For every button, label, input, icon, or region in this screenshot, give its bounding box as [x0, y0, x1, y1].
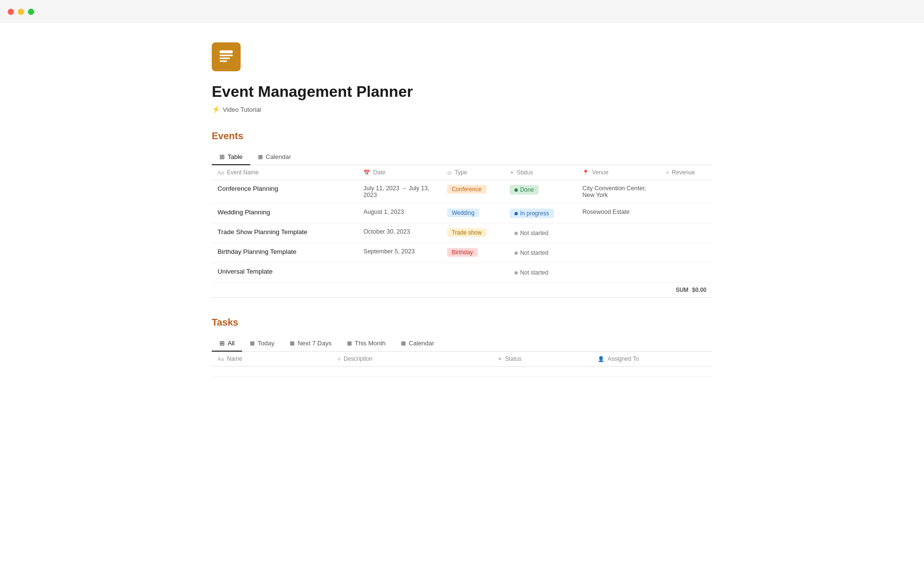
- status-dot: [514, 232, 518, 235]
- task-status-icon: ✦: [498, 356, 502, 362]
- row-revenue: [660, 243, 712, 263]
- all-table-icon: ⊞: [219, 340, 225, 347]
- maximize-button[interactable]: [28, 9, 34, 15]
- svg-rect-2: [220, 58, 230, 59]
- row-venue: Rosewood Estate: [577, 204, 660, 223]
- events-table-row[interactable]: Universal TemplateNot started: [212, 263, 712, 283]
- events-tabs: ⊞ Table ▦ Calendar: [212, 149, 712, 165]
- status-badge: Done: [510, 185, 539, 195]
- status-col-icon: ✦: [510, 170, 514, 176]
- row-type: Conference: [441, 180, 504, 204]
- status-dot: [514, 212, 518, 215]
- date-col-icon: 📅: [363, 170, 370, 176]
- status-dot: [514, 188, 518, 192]
- tasks-calendar-icon: ▦: [401, 340, 406, 346]
- tasks-table-header: Aa Name ≡ Description ✦ Status: [212, 352, 712, 367]
- video-tutorial-link[interactable]: ⚡ Video Tutorial: [212, 105, 712, 113]
- row-date: October 30, 2023: [358, 223, 441, 243]
- events-table-row[interactable]: Birthday Planning TemplateSeptember 5, 2…: [212, 243, 712, 263]
- events-table-row[interactable]: Conference PlanningJuly 11, 2023 → July …: [212, 180, 712, 204]
- tasks-no-results-row: [212, 367, 712, 377]
- tasks-tab-all-label: All: [228, 340, 234, 347]
- tasks-tabs: ⊞ All ▦ Today ▦ Next 7 Days ▦ This Month…: [212, 336, 712, 352]
- col-header-task-status: ✦ Status: [492, 352, 592, 367]
- today-cal-icon: ▦: [250, 340, 255, 346]
- row-venue: City Convention Center, New York: [577, 180, 660, 204]
- tasks-tab-thismonth-label: This Month: [355, 340, 385, 347]
- row-type: [441, 263, 504, 283]
- svg-rect-0: [220, 51, 233, 53]
- tasks-tab-next7days-label: Next 7 Days: [297, 340, 332, 347]
- tasks-no-filter-text: [212, 367, 712, 377]
- tasks-tab-next7days[interactable]: ▦ Next 7 Days: [282, 336, 339, 352]
- tasks-tab-today-label: Today: [257, 340, 274, 347]
- type-badge: Birthday: [447, 248, 478, 257]
- col-header-date: 📅 Date: [358, 165, 441, 180]
- row-venue: [577, 263, 660, 283]
- venue-col-icon: 📍: [582, 170, 589, 176]
- row-status: Done: [504, 180, 577, 204]
- events-tab-calendar-label: Calendar: [266, 153, 291, 160]
- col-header-task-name: Aa Name: [212, 352, 332, 367]
- text-col-icon: Aa: [218, 170, 224, 175]
- titlebar: [0, 0, 924, 23]
- row-venue: [577, 243, 660, 263]
- minimize-button[interactable]: [18, 9, 24, 15]
- svg-rect-1: [220, 55, 233, 56]
- task-name-icon: Aa: [218, 356, 224, 362]
- revenue-col-icon: ≡: [666, 170, 669, 175]
- row-type: Trade show: [441, 223, 504, 243]
- row-status: In progress: [504, 204, 577, 223]
- status-dot: [514, 251, 518, 255]
- events-tab-calendar[interactable]: ▦ Calendar: [250, 149, 299, 165]
- events-tab-table-label: Table: [228, 153, 243, 160]
- tasks-section: Tasks ⊞ All ▦ Today ▦ Next 7 Days ▦ This…: [212, 317, 712, 377]
- calendar-icon: ▦: [258, 154, 263, 160]
- row-venue: [577, 223, 660, 243]
- app-icon: [212, 42, 241, 71]
- row-name-text: Universal Template: [218, 268, 273, 275]
- col-header-type: ◎ Type: [441, 165, 504, 180]
- type-col-icon: ◎: [447, 170, 452, 176]
- tasks-tab-calendar-label: Calendar: [409, 340, 434, 347]
- status-dot: [514, 271, 518, 275]
- tasks-section-title: Tasks: [212, 317, 712, 328]
- thismonth-cal-icon: ▦: [347, 340, 352, 346]
- assigned-icon: 👤: [598, 356, 604, 362]
- col-header-venue: 📍 Venue: [577, 165, 660, 180]
- tasks-tab-all[interactable]: ⊞ All: [212, 336, 242, 352]
- row-status: Not started: [504, 223, 577, 243]
- row-name-text: Wedding Planning: [218, 209, 270, 216]
- events-table-row[interactable]: Trade Show Planning TemplateOctober 30, …: [212, 223, 712, 243]
- svg-rect-3: [220, 61, 227, 62]
- main-content: Event Management Planner ⚡ Video Tutoria…: [173, 23, 751, 406]
- col-header-description: ≡ Description: [332, 352, 492, 367]
- events-tab-table[interactable]: ⊞ Table: [212, 149, 250, 165]
- events-table: Aa Event Name 📅 Date ◎ Type: [212, 165, 712, 283]
- sum-value: $0.00: [692, 287, 706, 293]
- status-badge: Not started: [510, 248, 553, 258]
- page-title: Event Management Planner: [212, 83, 712, 101]
- status-badge: Not started: [510, 268, 553, 277]
- row-revenue: [660, 204, 712, 223]
- close-button[interactable]: [8, 9, 14, 15]
- row-date: August 1, 2023: [358, 204, 441, 223]
- row-name-text: Trade Show Planning Template: [218, 228, 308, 236]
- row-date: September 5, 2023: [358, 243, 441, 263]
- tasks-table: Aa Name ≡ Description ✦ Status: [212, 352, 712, 377]
- row-revenue: [660, 223, 712, 243]
- col-header-event-name: Aa Event Name: [212, 165, 358, 180]
- desc-icon: ≡: [338, 356, 341, 362]
- tasks-tab-calendar[interactable]: ▦ Calendar: [393, 336, 442, 352]
- tasks-tab-thismonth[interactable]: ▦ This Month: [339, 336, 393, 352]
- row-type: Birthday: [441, 243, 504, 263]
- row-status: Not started: [504, 263, 577, 283]
- tasks-tab-today[interactable]: ▦ Today: [242, 336, 282, 352]
- events-table-header: Aa Event Name 📅 Date ◎ Type: [212, 165, 712, 180]
- events-table-row[interactable]: Wedding PlanningAugust 1, 2023WeddingIn …: [212, 204, 712, 223]
- row-status: Not started: [504, 243, 577, 263]
- events-section-title: Events: [212, 131, 712, 142]
- events-section: Events ⊞ Table ▦ Calendar Aa Event Name: [212, 131, 712, 298]
- type-badge: Conference: [447, 185, 487, 194]
- col-header-assigned-to: 👤 Assigned To: [592, 352, 712, 367]
